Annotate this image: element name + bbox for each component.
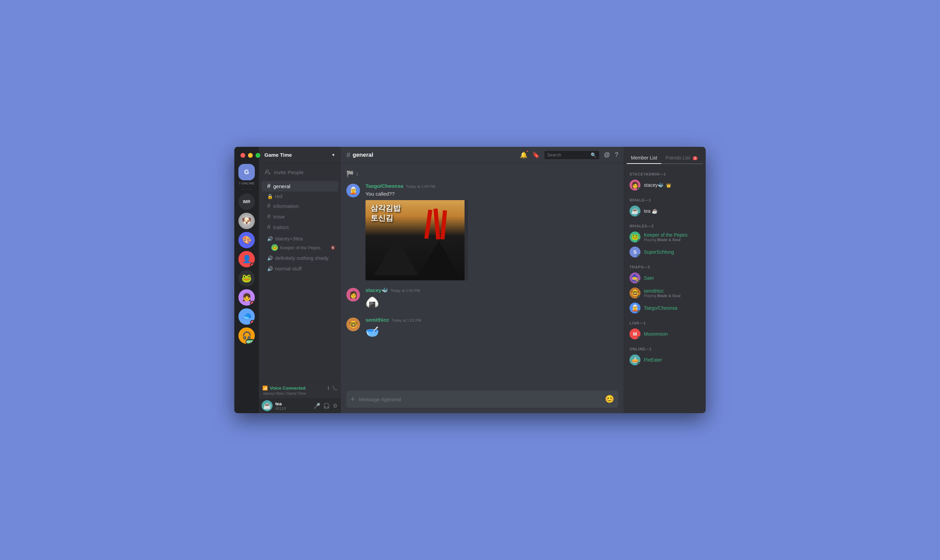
search-bar[interactable]: Search 🔍 (545, 151, 599, 159)
member-info-stacey: stacey🐳 👑 (644, 182, 700, 188)
notifications-icon[interactable]: 🔔 (520, 151, 528, 159)
member-avatar-tea: ☕ (629, 206, 640, 217)
bookmark-icon[interactable]: 🔖 (532, 151, 540, 159)
message-timestamp-3: Today at 1:01 PM (392, 318, 421, 322)
voice-member-avatar: 🐸 (271, 244, 278, 251)
server-icon-s4[interactable]: 👤 4 (238, 251, 255, 268)
maximize-button[interactable] (255, 153, 260, 158)
member-info-pieeater: PieEater (644, 357, 700, 363)
close-button[interactable] (240, 153, 245, 158)
member-item-saer[interactable]: 🧙 Saer (627, 271, 703, 285)
server-icon-pepe[interactable]: 🐸 (238, 270, 255, 286)
member-group-online: ONLINE—1 (627, 344, 703, 352)
channel-name-stacey3tea: stacey<3tea (275, 235, 303, 242)
server-icon-dog[interactable]: 🐶 (238, 213, 255, 229)
member-item-taego[interactable]: 🧝 Taego/Cheonsa (627, 300, 703, 315)
member-avatar-taego: 🧝 (629, 303, 640, 314)
member-status-pieeater (637, 362, 640, 365)
member-item-stacey[interactable]: 👩 stacey🐳 👑 (627, 178, 703, 192)
channel-item-traitors[interactable]: # traitors (262, 222, 338, 232)
invite-people-button[interactable]: Invite People (259, 166, 341, 178)
channel-item-stacey3tea[interactable]: 🔊 stacey<3tea (262, 234, 338, 243)
server-header[interactable]: Game Time ▼ (259, 147, 341, 163)
server-icon-headphones[interactable]: 🎧 NEW↓ (238, 328, 255, 344)
message-input[interactable] (359, 392, 601, 406)
server-badge-new: NEW↓ (246, 339, 255, 344)
member-name-tea: tea ☕ (644, 208, 657, 214)
headphones-button[interactable]: 🎧 (322, 402, 331, 410)
tab-member-list[interactable]: Member List (627, 152, 661, 164)
channel-item-normalstuff[interactable]: 🔊 normal stuff (262, 264, 338, 273)
mic-button[interactable]: 🎤 (313, 402, 321, 410)
server-icon-cartoon[interactable]: 🎨 (238, 232, 255, 248)
message-author-3[interactable]: semithicc (366, 317, 389, 323)
member-item-tea[interactable]: ☕ tea ☕ (627, 203, 703, 218)
member-status-superschlong (637, 254, 640, 257)
minimize-button[interactable] (248, 153, 253, 158)
member-info-keeper: Keeper of the Pepes Playing Blade & Soul (644, 232, 700, 242)
server-chevron-icon: ▼ (331, 152, 335, 157)
member-avatar-stacey: 👩 (629, 180, 640, 191)
member-item-moonmoon[interactable]: M Moonmoon (627, 326, 703, 342)
channel-hash-icon: # (267, 224, 271, 231)
traffic-lights (240, 153, 260, 158)
channel-name-traitors: traitors (273, 225, 289, 230)
member-group-staceyadmin: STACEYADMIN—1 (627, 169, 703, 178)
server-badge-4: 4 (250, 263, 255, 268)
channel-name-red: red (275, 193, 283, 199)
message-item: 👩 stacey🐳 Today at 1:00 PM 🍙 (341, 286, 624, 311)
channel-name-trove: trove (273, 214, 285, 220)
member-item-pieeater[interactable]: 🥧 PieEater (627, 352, 703, 368)
settings-button[interactable]: ⚙ (332, 402, 338, 410)
voice-disconnect-icon[interactable]: 📞 (332, 386, 337, 391)
add-file-button[interactable]: + (351, 391, 355, 408)
message-item: 🧝 Taego/Cheonsa Today at 1:00 PM You cal… (341, 182, 624, 282)
member-status-tea (637, 214, 640, 217)
server-name: Game Time (265, 152, 292, 158)
member-avatar-superschlong: S (629, 246, 640, 257)
chat-input-container: + 😊 (341, 391, 624, 413)
channel-item-information[interactable]: # information (262, 201, 338, 211)
voice-info-icon[interactable]: ℹ (328, 386, 329, 391)
channel-item-general[interactable]: # general (262, 181, 338, 192)
server-icon-girl[interactable]: 👧 1 (238, 289, 255, 306)
member-item-semithicc[interactable]: 🤓 semithicc Playing Blade & Soul (627, 285, 703, 300)
tab-friends-list[interactable]: Friends List 3 (661, 152, 702, 163)
server-online-label: 7 ONLINE (239, 182, 254, 185)
member-item-keeper[interactable]: 🐸 Keeper of the Pepes Playing Blade & So… (627, 229, 703, 245)
channel-sidebar: Game Time ▼ Invite People # (259, 147, 341, 413)
user-bar-actions: 🎤 🎧 ⚙ (313, 402, 338, 410)
member-name-semithicc: semithicc (644, 288, 700, 294)
user-info: tea #0110 (275, 401, 310, 411)
message-avatar-taego: 🧝 (346, 184, 360, 197)
member-name-stacey: stacey🐳 👑 (644, 182, 671, 188)
member-avatar-semithicc: 🤓 (629, 288, 640, 298)
channel-item-red[interactable]: 🔒 red (262, 192, 338, 201)
emoji-button[interactable]: 😊 (605, 395, 614, 404)
voice-connected-top: 📶 Voice Connected ℹ 📞 (262, 386, 337, 391)
help-icon[interactable]: ? (615, 151, 618, 158)
voice-connected-channel: stacey<3tea / Game Time (262, 391, 337, 395)
main-content: # general 🔔 🔖 Search 🔍 @ ? � (341, 147, 624, 413)
channel-hash-icon: # (267, 213, 271, 220)
food-image: 삼각김밥토신김 (366, 200, 465, 280)
member-info-superschlong: SuperSchlong (644, 249, 700, 255)
user-tag: #0110 (275, 406, 310, 411)
mention-icon[interactable]: @ (604, 151, 610, 158)
message-author-1[interactable]: Taego/Cheonsa (366, 183, 403, 189)
message-author-2[interactable]: stacey🐳 (366, 287, 388, 293)
member-status-keeper (637, 239, 640, 242)
message-item: 🤓 semithicc Today at 1:01 PM 🥣 (341, 315, 624, 341)
top-reaction: 🏁 1 (341, 169, 624, 182)
server-icon-gametime[interactable]: G (238, 164, 255, 180)
server-icon-imr[interactable]: IMR (238, 194, 255, 210)
member-item-superschlong[interactable]: S SuperSchlong (627, 245, 703, 260)
voice-connected-bar: 📶 Voice Connected ℹ 📞 stacey<3tea / Game… (259, 382, 341, 398)
server-divider (241, 189, 252, 189)
channel-item-definitely[interactable]: 🔊 definitely nothing shady (262, 253, 338, 263)
invite-icon (265, 169, 271, 175)
voice-member-item[interactable]: 🐸 Keeper of the Pepes 🔇 (259, 243, 341, 252)
channel-item-trove[interactable]: # trove (262, 211, 338, 222)
server-icon-char[interactable]: 🧢 2 (238, 308, 255, 325)
server-icon-label: G (244, 169, 249, 176)
